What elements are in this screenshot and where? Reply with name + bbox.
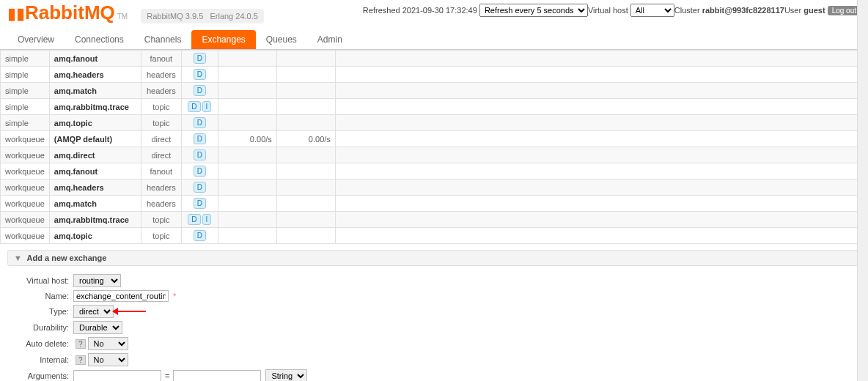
cell-empty [335, 115, 867, 131]
cell-rate-out: 0.00/s [276, 131, 335, 147]
cell-empty [335, 163, 867, 180]
cell-rate-in [218, 196, 276, 212]
cell-name[interactable]: amq.topic [49, 115, 141, 131]
cell-type: fanout [141, 51, 181, 67]
cell-rate-out [276, 83, 335, 99]
vhost-select[interactable]: All [630, 4, 674, 17]
table-row: workqueueamq.rabbitmq.tracetopicDI [1, 212, 868, 228]
cell-features: D [181, 147, 218, 163]
cell-vhost: workqueue [1, 147, 50, 163]
arg-key-input[interactable] [73, 370, 161, 381]
cell-empty [335, 147, 867, 163]
cell-type: fanout [141, 163, 181, 180]
logo-text: RabbitMQ [25, 1, 115, 24]
feature-badge: D [188, 214, 200, 225]
form-durability-label: Durability: [22, 323, 73, 332]
cell-empty [335, 228, 867, 244]
tab-connections[interactable]: Connections [65, 30, 134, 49]
cell-name[interactable]: (AMQP default) [49, 131, 141, 147]
cell-features: D [181, 67, 218, 83]
form-type-select[interactable]: direct [73, 305, 114, 318]
cell-empty [335, 51, 867, 67]
cell-vhost: workqueue [1, 180, 50, 196]
invalid-indicator: * [173, 292, 176, 300]
tab-queues[interactable]: Queues [256, 30, 307, 49]
help-icon[interactable]: ? [76, 339, 86, 349]
feature-badge: D [194, 69, 206, 80]
section-title: Add a new exchange [27, 254, 107, 262]
cell-type: headers [141, 196, 181, 212]
form-name-label: Name: [22, 292, 73, 300]
cell-name[interactable]: amq.fanout [49, 163, 141, 180]
cell-name[interactable]: amq.rabbitmq.trace [49, 99, 141, 115]
feature-badge: D [194, 53, 206, 64]
table-row: workqueueamq.headersheadersD [1, 180, 868, 196]
table-row: workqueue(AMQP default)directD0.00/s0.00… [1, 131, 868, 147]
cell-rate-out [276, 180, 335, 196]
cell-features: DI [181, 212, 218, 228]
annotation-arrow [117, 311, 146, 312]
cell-vhost: workqueue [1, 163, 50, 180]
cell-type: topic [141, 115, 181, 131]
feature-badge: D [188, 101, 200, 112]
cell-name[interactable]: amq.fanout [49, 51, 141, 67]
logout-button[interactable]: Log out [828, 6, 861, 15]
cell-name[interactable]: amq.direct [49, 147, 141, 163]
feature-badge: D [194, 198, 206, 209]
add-exchange-header[interactable]: ▼ Add a new exchange [7, 250, 861, 266]
tab-exchanges[interactable]: Exchanges [191, 30, 255, 49]
form-durability-select[interactable]: Durable [73, 321, 122, 334]
cell-rate-in [218, 115, 276, 131]
cell-name[interactable]: amq.headers [49, 67, 141, 83]
user-value: guest [803, 6, 825, 15]
cell-type: headers [141, 180, 181, 196]
refresh-interval-select[interactable]: Refresh every 5 seconds [479, 4, 588, 17]
cell-features: D [181, 180, 218, 196]
form-internal-select[interactable]: No [88, 353, 128, 366]
table-row: simpleamq.rabbitmq.tracetopicDI [1, 99, 868, 115]
cell-name[interactable]: amq.match [49, 196, 141, 212]
cell-type: direct [141, 131, 181, 147]
feature-badge: I [202, 101, 212, 112]
feature-badge: D [194, 166, 206, 177]
cluster-label: Cluster [674, 6, 700, 15]
cell-vhost: workqueue [1, 196, 50, 212]
arg-type-select[interactable]: String [265, 369, 307, 381]
cell-empty [335, 99, 867, 115]
cell-features: D [181, 196, 218, 212]
cell-rate-in [218, 51, 276, 67]
logo-tm: TM [117, 12, 128, 21]
form-name-input[interactable] [73, 290, 169, 302]
cell-features: D [181, 115, 218, 131]
cell-name[interactable]: amq.headers [49, 180, 141, 196]
cell-name[interactable]: amq.topic [49, 228, 141, 244]
page-scrollbar[interactable] [857, 0, 868, 381]
form-autodelete-select[interactable]: No [88, 337, 128, 350]
cell-type: topic [141, 228, 181, 244]
cell-type: direct [141, 147, 181, 163]
cell-rate-in [218, 99, 276, 115]
tab-overview[interactable]: Overview [7, 30, 65, 49]
form-autodelete-label: Auto delete: [22, 339, 73, 348]
tab-admin[interactable]: Admin [307, 30, 353, 49]
version-rabbitmq: RabbitMQ 3.9.5 [147, 12, 203, 21]
cell-empty [335, 196, 867, 212]
cell-name[interactable]: amq.match [49, 83, 141, 99]
cell-rate-in [218, 228, 276, 244]
cell-features: D [181, 83, 218, 99]
cell-rate-out [276, 212, 335, 228]
table-row: workqueueamq.topictopicD [1, 228, 868, 244]
cell-empty [335, 83, 867, 99]
cell-name[interactable]: amq.rabbitmq.trace [49, 212, 141, 228]
arg-value-input[interactable] [173, 370, 261, 381]
help-icon[interactable]: ? [76, 355, 86, 365]
tab-channels[interactable]: Channels [134, 30, 192, 49]
feature-badge: D [194, 85, 206, 96]
version-erlang: Erlang 24.0.5 [210, 12, 257, 21]
cell-features: D [181, 228, 218, 244]
form-vhost-select[interactable]: routing [73, 274, 121, 287]
form-type-label: Type: [22, 307, 73, 316]
cell-rate-out [276, 196, 335, 212]
logo-icon: ▮▮ [7, 4, 25, 23]
cell-rate-in: 0.00/s [218, 131, 276, 147]
